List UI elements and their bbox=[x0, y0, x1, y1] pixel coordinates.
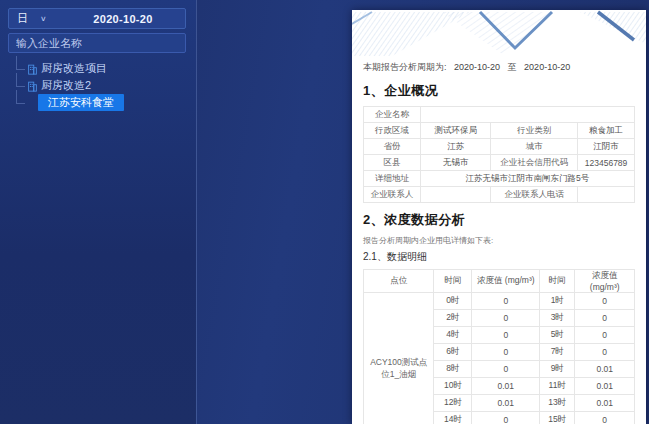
cell-time: 3时 bbox=[540, 310, 575, 327]
panel-divider bbox=[196, 0, 197, 424]
cell-time: 1时 bbox=[540, 293, 575, 310]
cell-time: 4时 bbox=[434, 327, 472, 344]
date-value[interactable]: 2020-10-20 bbox=[61, 13, 185, 25]
cell-time: 14时 bbox=[434, 412, 472, 424]
cell-time: 7时 bbox=[540, 344, 575, 361]
cell-value: 测试环保局 bbox=[420, 123, 490, 139]
cell-value: 0 bbox=[472, 412, 540, 424]
table-row: 行政区域 测试环保局 行业类别 粮食加工 bbox=[364, 123, 635, 139]
col-header-time-1: 时间 bbox=[434, 270, 472, 293]
tree-item-project-2[interactable]: 厨房改造2 bbox=[0, 77, 196, 94]
cell-label: 行政区域 bbox=[364, 123, 421, 139]
cell-value bbox=[420, 187, 490, 203]
company-tree: 厨房改造项目 厨房改造2 江苏安科食堂 bbox=[0, 60, 196, 111]
cell-value bbox=[420, 107, 634, 123]
cell-time: 8时 bbox=[434, 361, 472, 378]
chevron-down-icon: ∨ bbox=[40, 15, 47, 23]
section2-title: 2、浓度数据分析 bbox=[363, 211, 635, 229]
cell-time: 6时 bbox=[434, 344, 472, 361]
cell-value: 江苏无锡市江阴市南闸东门路5号 bbox=[420, 171, 634, 187]
table-header-row: 点位 时间 浓度值 (mg/m³) 时间 浓度值 (mg/m³) bbox=[364, 270, 635, 293]
tree-item-label-selected[interactable]: 江苏安科食堂 bbox=[38, 94, 124, 111]
cell-value: 0 bbox=[472, 293, 540, 310]
tree-connector bbox=[16, 103, 25, 104]
cell-value: 0.01 bbox=[575, 395, 635, 412]
sidebar: 日 ∨ 2020-10-20 厨房改造项目 bbox=[0, 0, 196, 424]
cell-value: 江阴市 bbox=[578, 139, 635, 155]
section1-title: 1、企业概况 bbox=[363, 82, 635, 100]
cell-time: 12时 bbox=[434, 395, 472, 412]
cell-value: 0.01 bbox=[472, 395, 540, 412]
report-content: 本期报告分析周期为: 2020-10-20 至 2020-10-20 1、企业概… bbox=[352, 56, 646, 424]
cell-label: 企业联系人电话 bbox=[491, 187, 578, 203]
report-header-graphic bbox=[352, 10, 646, 56]
cell-value: 123456789 bbox=[578, 155, 635, 171]
cell-label: 企业名称 bbox=[364, 107, 421, 123]
tree-item-label: 厨房改造2 bbox=[41, 77, 91, 94]
cell-value: 0.01 bbox=[575, 378, 635, 395]
date-type-label: 日 bbox=[17, 11, 28, 26]
cell-value: 0 bbox=[472, 361, 540, 378]
cell-time: 0时 bbox=[434, 293, 472, 310]
cell-value: 0 bbox=[575, 327, 635, 344]
cell-value: 0 bbox=[575, 310, 635, 327]
cell-value: 粮食加工 bbox=[578, 123, 635, 139]
col-header-point: 点位 bbox=[364, 270, 434, 293]
col-header-concentration-2: 浓度值 (mg/m³) bbox=[575, 270, 635, 293]
period-start-date: 2020-10-20 bbox=[454, 62, 500, 72]
date-type-select[interactable]: 日 ∨ bbox=[9, 11, 61, 26]
company-search bbox=[8, 33, 186, 53]
cell-value bbox=[578, 187, 635, 203]
cell-time: 2时 bbox=[434, 310, 472, 327]
tree-item-project-1[interactable]: 厨房改造项目 bbox=[0, 60, 196, 77]
cell-label: 行业类别 bbox=[491, 123, 578, 139]
cell-time: 9时 bbox=[540, 361, 575, 378]
building-icon bbox=[27, 63, 38, 75]
cell-time: 15时 bbox=[540, 412, 575, 424]
cell-value: 0 bbox=[575, 412, 635, 424]
report-period: 本期报告分析周期为: 2020-10-20 至 2020-10-20 bbox=[363, 61, 635, 74]
col-header-concentration-1: 浓度值 (mg/m³) bbox=[472, 270, 540, 293]
search-input[interactable] bbox=[8, 33, 186, 53]
cell-value: 江苏 bbox=[420, 139, 490, 155]
table-row: 省份 江苏 城市 江阴市 bbox=[364, 139, 635, 155]
period-end-date: 2020-10-20 bbox=[524, 62, 570, 72]
tree-connector bbox=[16, 73, 17, 86]
building-icon bbox=[27, 80, 38, 92]
concentration-detail-table: 点位 时间 浓度值 (mg/m³) 时间 浓度值 (mg/m³) ACY100测… bbox=[363, 269, 635, 424]
cell-value: 0 bbox=[472, 327, 540, 344]
cell-label: 区县 bbox=[364, 155, 421, 171]
cell-label: 详细地址 bbox=[364, 171, 421, 187]
cell-value: 无锡市 bbox=[420, 155, 490, 171]
table-row: 区县 无锡市 企业社会信用代码 123456789 bbox=[364, 155, 635, 171]
date-selector[interactable]: 日 ∨ 2020-10-20 bbox=[8, 8, 186, 29]
period-prefix: 本期报告分析周期为: bbox=[363, 62, 447, 72]
tree-item-selected-company[interactable]: 江苏安科食堂 bbox=[0, 94, 196, 111]
cell-time: 11时 bbox=[540, 378, 575, 395]
table-row: ACY100测试点位1_油烟 0时 0 1时 0 bbox=[364, 293, 635, 310]
cell-time: 13时 bbox=[540, 395, 575, 412]
tree-connector bbox=[16, 90, 17, 103]
company-overview-table: 企业名称 行政区域 测试环保局 行业类别 粮食加工 省份 江苏 城市 江阴市 区… bbox=[363, 106, 635, 203]
table-row: 企业名称 bbox=[364, 107, 635, 123]
section21-title: 2.1、数据明细 bbox=[363, 250, 635, 264]
cell-value: 0.01 bbox=[472, 378, 540, 395]
tree-connector bbox=[16, 86, 25, 87]
cell-value: 0 bbox=[472, 344, 540, 361]
cell-label: 城市 bbox=[491, 139, 578, 155]
cell-label: 企业社会信用代码 bbox=[491, 155, 578, 171]
section2-note: 报告分析周期内企业用电详情如下表: bbox=[363, 235, 635, 246]
tree-item-label: 厨房改造项目 bbox=[41, 60, 107, 77]
period-to: 至 bbox=[508, 62, 517, 72]
tree-connector bbox=[16, 69, 25, 70]
cell-value: 0 bbox=[472, 310, 540, 327]
table-row: 详细地址 江苏无锡市江阴市南闸东门路5号 bbox=[364, 171, 635, 187]
cell-value: 0 bbox=[575, 293, 635, 310]
cell-value: 0.01 bbox=[575, 361, 635, 378]
tree-connector bbox=[16, 56, 17, 69]
table-row: 企业联系人 企业联系人电话 bbox=[364, 187, 635, 203]
col-header-time-2: 时间 bbox=[540, 270, 575, 293]
cell-label: 省份 bbox=[364, 139, 421, 155]
cell-label: 企业联系人 bbox=[364, 187, 421, 203]
cell-time: 5时 bbox=[540, 327, 575, 344]
